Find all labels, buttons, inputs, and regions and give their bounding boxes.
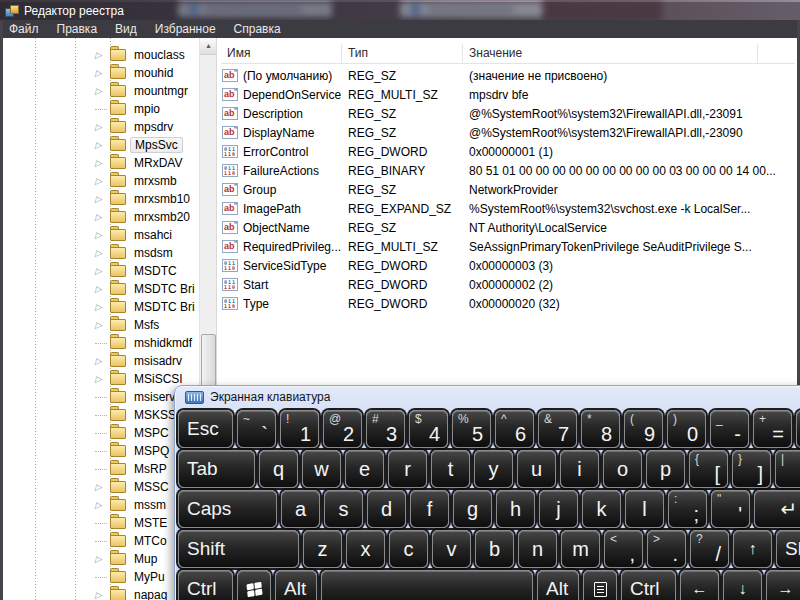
key-x[interactable]: x (346, 530, 385, 568)
key-'[interactable]: "' (711, 490, 750, 528)
column-header-2[interactable]: Значение (463, 44, 758, 63)
key-alt-left[interactable]: Alt (275, 570, 317, 600)
key-space[interactable] (321, 570, 533, 600)
menu-view[interactable]: Вид (106, 20, 146, 38)
tree-item[interactable]: MsRP (3, 460, 199, 478)
key-p[interactable]: p (646, 450, 685, 488)
expand-arrow-icon[interactable]: ▷ (95, 375, 109, 384)
expand-arrow-icon[interactable]: ▷ (95, 141, 109, 150)
key-up[interactable]: ↑ (733, 530, 772, 568)
key-7[interactable]: &7 (538, 410, 577, 448)
key-k[interactable]: k (582, 490, 621, 528)
tree-item[interactable]: ▷MSSC (3, 478, 199, 496)
tree-item[interactable]: MSTE (3, 514, 199, 532)
tree-item[interactable]: ▷msdsm (3, 244, 199, 262)
expand-arrow-icon[interactable]: ▷ (95, 249, 109, 258)
key-;[interactable]: :; (668, 490, 707, 528)
collapsed-triangle-icon[interactable]: ▷ (95, 357, 102, 366)
expand-arrow-icon[interactable]: ▷ (95, 591, 109, 600)
tree-item[interactable]: ▷mrxsmb (3, 172, 199, 190)
collapsed-triangle-icon[interactable]: ▷ (95, 213, 102, 222)
value-row[interactable]: abDisplayNameREG_SZ@%SystemRoot%\system3… (221, 123, 795, 142)
key-v[interactable]: v (432, 530, 471, 568)
key-/[interactable]: ?/ (690, 530, 729, 568)
key-2[interactable]: @2 (323, 410, 362, 448)
expand-arrow-icon[interactable]: ▷ (95, 159, 109, 168)
expand-arrow-icon[interactable]: ▷ (95, 213, 109, 222)
collapsed-triangle-icon[interactable]: ▷ (95, 123, 102, 132)
collapsed-triangle-icon[interactable]: ▷ (95, 51, 102, 60)
key-1[interactable]: !1 (280, 410, 319, 448)
key-o[interactable]: o (603, 450, 642, 488)
tree-item[interactable]: ▷MSiSCSI (3, 370, 199, 388)
key-w[interactable]: w (302, 450, 341, 488)
tree-item[interactable]: ▷mssm (3, 496, 199, 514)
expand-arrow-icon[interactable]: ▷ (95, 195, 109, 204)
key-m[interactable]: m (561, 530, 600, 568)
tree-item[interactable]: ▷mountmgr (3, 82, 199, 100)
key-4[interactable]: $4 (409, 410, 448, 448)
key-left[interactable]: ← (680, 570, 719, 600)
key-5[interactable]: %5 (452, 410, 491, 448)
tree-item[interactable]: MSPQ (3, 442, 199, 460)
key-d[interactable]: d (367, 490, 406, 528)
collapsed-triangle-icon[interactable]: ▷ (95, 141, 102, 150)
tree-item[interactable]: ▷mrxsmb10 (3, 190, 199, 208)
value-row[interactable]: abImagePathREG_EXPAND_SZ%SystemRoot%\sys… (221, 199, 795, 218)
collapsed-triangle-icon[interactable]: ▷ (95, 267, 102, 276)
collapsed-triangle-icon[interactable]: ▷ (95, 591, 102, 600)
value-row[interactable]: abDescriptionREG_SZ@%SystemRoot%\system3… (221, 104, 795, 123)
key-b[interactable]: b (475, 530, 514, 568)
key-shift-left[interactable]: Shift (178, 530, 299, 568)
key-8[interactable]: *8 (581, 410, 620, 448)
key-g[interactable]: g (453, 490, 492, 528)
key-bksp[interactable]: Bksp (796, 410, 800, 448)
collapsed-triangle-icon[interactable]: ▷ (95, 249, 102, 258)
key-r[interactable]: r (388, 450, 427, 488)
tree-item[interactable]: ▷msisadrv (3, 352, 199, 370)
key-ctrl-left[interactable]: Ctrl (178, 570, 233, 600)
tree-item[interactable]: ▷MSDTC Bri (3, 298, 199, 316)
key-=[interactable]: += (753, 410, 792, 448)
key-s[interactable]: s (324, 490, 363, 528)
tree-item[interactable]: MSKSS (3, 406, 199, 424)
key-\[interactable]: |\ (775, 450, 800, 488)
key-down[interactable]: ↓ (723, 570, 762, 600)
key-c[interactable]: c (389, 530, 428, 568)
collapsed-triangle-icon[interactable]: ▷ (95, 375, 102, 384)
tree-item[interactable]: MSPC (3, 424, 199, 442)
tree-item[interactable]: mpio (3, 100, 199, 118)
expand-arrow-icon[interactable]: ▷ (95, 555, 109, 564)
tree-item[interactable]: ▷mrxsmb20 (3, 208, 199, 226)
key-.[interactable]: >. (647, 530, 686, 568)
menu-edit[interactable]: Правка (48, 20, 107, 38)
key-h[interactable]: h (496, 490, 535, 528)
expand-arrow-icon[interactable]: ▷ (95, 483, 109, 492)
key-esc[interactable]: Esc (178, 410, 233, 448)
value-row[interactable]: ab(По умолчанию)REG_SZ(значение не присв… (221, 66, 795, 85)
column-header-1[interactable]: Тип (342, 44, 463, 63)
key-caps[interactable]: Caps (178, 490, 277, 528)
key-tab[interactable]: Tab (178, 450, 255, 488)
key-i[interactable]: i (560, 450, 599, 488)
collapsed-triangle-icon[interactable]: ▷ (95, 303, 102, 312)
collapsed-triangle-icon[interactable]: ▷ (95, 501, 102, 510)
key-y[interactable]: y (474, 450, 513, 488)
scroll-up-icon[interactable] (200, 38, 217, 55)
tree-item[interactable]: ▷MSDTC (3, 262, 199, 280)
value-row[interactable]: 011110FailureActionsREG_BINARY80 51 01 0… (221, 161, 795, 180)
tree-item[interactable]: MyPu (3, 568, 199, 586)
expand-arrow-icon[interactable]: ▷ (95, 123, 109, 132)
key-,[interactable]: <, (604, 530, 643, 568)
key-win[interactable] (237, 570, 271, 600)
key-`[interactable]: ~` (237, 410, 276, 448)
tree-item[interactable]: ▷mpsdrv (3, 118, 199, 136)
expand-arrow-icon[interactable]: ▷ (95, 267, 109, 276)
expand-arrow-icon[interactable]: ▷ (95, 231, 109, 240)
tree-item[interactable]: MTCo (3, 532, 199, 550)
expand-arrow-icon[interactable]: ▷ (95, 321, 109, 330)
menu-favorites[interactable]: Избранное (146, 20, 225, 38)
key-t[interactable]: t (431, 450, 470, 488)
column-header-0[interactable]: Имя (221, 44, 342, 63)
key-j[interactable]: j (539, 490, 578, 528)
